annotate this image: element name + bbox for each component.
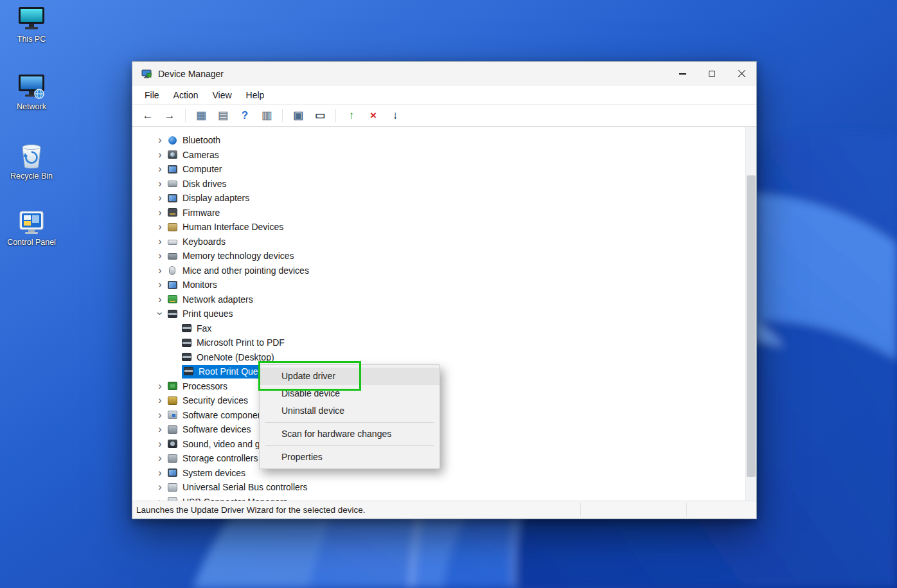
desktop-icon-control-panel[interactable]: Control Panel <box>4 209 59 247</box>
expand-chevron-icon[interactable]: › <box>155 482 165 492</box>
toolbar: ←→▦▤?▥▣▭↑×↓ <box>132 105 756 127</box>
hid-icon <box>168 223 177 231</box>
vertical-scrollbar[interactable] <box>745 127 756 501</box>
tree-item-cameras[interactable]: ›Cameras <box>132 148 745 163</box>
properties-button[interactable]: ▥ <box>258 107 276 124</box>
devices-view-button[interactable]: ▭ <box>311 107 329 124</box>
minimize-icon <box>679 73 686 74</box>
disable-icon: ↓ <box>393 110 398 121</box>
context-menu-properties[interactable]: Properties <box>260 449 440 466</box>
tree-item-microsoft-print-to-pdf[interactable]: Microsoft Print to PDF <box>132 335 745 350</box>
context-menu-uninstall-device[interactable]: Uninstall device <box>260 402 440 420</box>
scan-hardware-changes-button[interactable]: ▣ <box>289 107 307 124</box>
network-icon <box>17 73 46 100</box>
security-icon <box>168 396 177 405</box>
recycle-bin-icon <box>19 141 44 169</box>
toolbar-separator <box>335 109 336 122</box>
bluetooth-icon <box>168 136 177 145</box>
printer-icon <box>182 353 191 361</box>
close-button[interactable] <box>727 62 756 86</box>
tree-item-firmware[interactable]: ›Firmware <box>132 206 745 220</box>
tree-item-label: Microsoft Print to PDF <box>197 337 285 348</box>
device-manager-window: Device Manager FileActionViewHelp ←→▦▤?▥… <box>132 61 757 519</box>
list-icon: ▤ <box>218 110 228 121</box>
sound-icon <box>168 440 177 448</box>
titlebar[interactable]: Device Manager <box>132 62 756 86</box>
help-button[interactable]: ? <box>236 107 254 124</box>
maximize-button[interactable] <box>697 62 727 86</box>
tree-item-usb-connector-managers[interactable]: ›USB Connector Managers <box>132 495 745 501</box>
properties-icon: ▥ <box>262 110 272 121</box>
expand-chevron-icon[interactable]: › <box>155 294 165 305</box>
processor-icon <box>168 382 177 390</box>
disable-device-button[interactable]: ↓ <box>386 107 404 124</box>
desktop-icon-column: This PC Network <box>4 5 59 247</box>
desktop-icon-recycle-bin[interactable]: Recycle Bin <box>4 141 59 181</box>
control-panel-icon <box>17 209 46 235</box>
tree-item-computer[interactable]: ›Computer <box>132 162 745 177</box>
expand-chevron-icon[interactable]: › <box>155 280 165 290</box>
tree-item-universal-serial-bus-controllers[interactable]: ›Universal Serial Bus controllers <box>132 480 745 495</box>
software-component-icon <box>168 411 177 419</box>
memory-icon <box>168 253 177 260</box>
expand-chevron-icon[interactable]: › <box>155 395 165 405</box>
desktop-icon-this-pc[interactable]: This PC <box>4 5 59 44</box>
expand-chevron-icon[interactable]: › <box>155 135 165 145</box>
forward-button[interactable]: → <box>161 107 179 124</box>
statusbar-divider <box>686 503 687 517</box>
context-menu-scan-for-hardware-changes[interactable]: Scan for hardware changes <box>260 425 440 443</box>
desktop-icon-label: Network <box>17 102 46 111</box>
display-icon <box>168 194 177 202</box>
desktop-icon-network[interactable]: Network <box>4 73 59 111</box>
expand-chevron-icon[interactable]: › <box>155 150 165 160</box>
tree-item-label: Keyboards <box>182 236 226 247</box>
expand-chevron-icon[interactable]: › <box>155 453 165 463</box>
minimize-button[interactable] <box>668 62 697 86</box>
expand-chevron-icon[interactable]: › <box>155 251 165 261</box>
update-driver-button[interactable]: ↑ <box>342 107 360 124</box>
tree-item-bluetooth[interactable]: ›Bluetooth <box>132 133 745 148</box>
computer-icon <box>168 165 177 174</box>
toolbar-separator <box>185 109 186 122</box>
expand-chevron-icon[interactable]: › <box>155 424 165 434</box>
tree-item-label: Software components <box>182 410 269 420</box>
tree-item-human-interface-devices[interactable]: ›Human Interface Devices <box>132 220 745 235</box>
toolbar-separator <box>282 109 283 122</box>
tree-item-mice-and-other-pointing-devices[interactable]: ›Mice and other pointing devices <box>132 263 745 278</box>
tree-item-monitors[interactable]: ›Monitors <box>132 278 745 292</box>
uninstall-device-button[interactable]: × <box>364 107 382 124</box>
scrollbar-thumb[interactable] <box>747 175 756 477</box>
menu-file[interactable]: File <box>138 86 166 104</box>
tree-item-display-adapters[interactable]: ›Display adapters <box>132 191 745 206</box>
menu-view[interactable]: View <box>205 86 238 104</box>
tree-item-label: Human Interface Devices <box>182 222 283 232</box>
tree-item-network-adapters[interactable]: ›Network adapters <box>132 292 745 307</box>
expand-chevron-icon[interactable]: › <box>155 164 165 174</box>
expand-chevron-icon[interactable]: › <box>155 222 165 232</box>
expand-chevron-icon[interactable]: › <box>155 410 165 420</box>
storage-icon <box>168 454 177 463</box>
export-list-button[interactable]: ▤ <box>214 107 232 124</box>
tree-item-fax[interactable]: Fax <box>132 321 745 336</box>
expand-chevron-icon[interactable]: › <box>155 193 165 203</box>
update-driver-icon: ↑ <box>349 110 355 121</box>
expand-chevron-icon[interactable]: › <box>155 308 165 319</box>
expand-chevron-icon[interactable]: › <box>155 236 165 247</box>
tree-item-print-queues[interactable]: ›Print queues <box>132 307 745 321</box>
menu-help[interactable]: Help <box>239 86 272 104</box>
tree-item-memory-technology-devices[interactable]: ›Memory technology devices <box>132 249 745 263</box>
expand-chevron-icon[interactable]: › <box>155 208 165 218</box>
expand-chevron-icon[interactable]: › <box>155 439 165 449</box>
show-console-tree-button[interactable]: ▦ <box>192 107 210 124</box>
expand-chevron-icon[interactable]: › <box>155 179 165 189</box>
menu-action[interactable]: Action <box>166 86 206 104</box>
expand-chevron-icon[interactable]: › <box>155 265 165 276</box>
expand-chevron-icon[interactable]: › <box>155 381 165 391</box>
network-adapter-icon <box>168 295 177 303</box>
tree-item-disk-drives[interactable]: ›Disk drives <box>132 177 745 192</box>
back-button[interactable]: ← <box>139 107 157 124</box>
expand-chevron-icon[interactable]: › <box>155 468 165 478</box>
tree-item-keyboards[interactable]: ›Keyboards <box>132 235 745 249</box>
tree-item-label: Storage controllers <box>182 453 258 463</box>
tree-item-onenote-desktop[interactable]: OneNote (Desktop) <box>132 350 745 365</box>
